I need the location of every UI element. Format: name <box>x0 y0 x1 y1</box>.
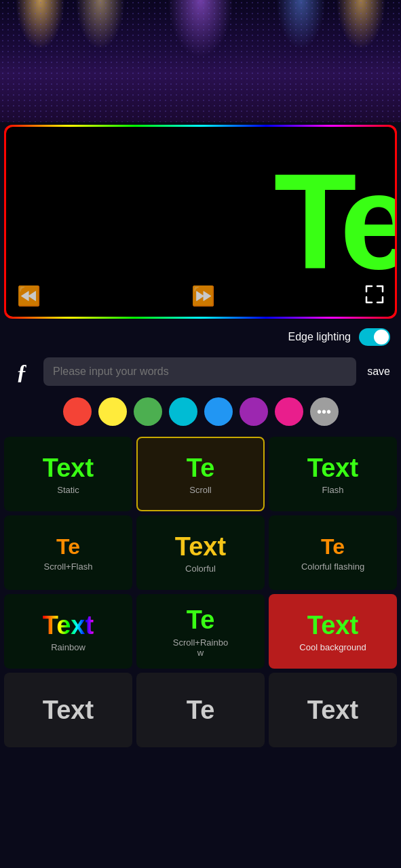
fullscreen-button[interactable] <box>365 285 384 307</box>
mode-scroll-rainbow-preview: Te <box>187 606 215 635</box>
mode-colorful-flashing[interactable]: Te Colorful flashing <box>269 515 397 590</box>
mode-scroll-flash[interactable]: Te Scroll+Flash <box>4 515 132 590</box>
mode-flash[interactable]: Text Flash <box>269 437 397 511</box>
stage-background <box>0 0 401 122</box>
mode-grid: Text Static Te Scroll Text Flash Te Scro… <box>0 433 401 751</box>
mode-static-preview: Text <box>43 454 94 483</box>
edge-lighting-label: Edge lighting <box>288 331 351 343</box>
edge-lighting-toggle[interactable] <box>359 328 390 346</box>
preview-controls: ⏪ ⏩ <box>6 285 395 307</box>
font-icon[interactable]: ƒ <box>7 357 37 387</box>
color-row: ••• <box>0 391 401 433</box>
color-swatch-pink[interactable] <box>275 397 303 426</box>
save-button[interactable]: save <box>363 366 394 378</box>
color-swatch-more[interactable]: ••• <box>310 397 339 426</box>
mode-bottom-1[interactable]: Text <box>4 673 132 747</box>
mode-colorful-preview: Text <box>175 533 226 561</box>
preview-screen: Te ⏪ ⏩ <box>6 127 395 317</box>
color-swatch-blue[interactable] <box>204 397 233 426</box>
forward-button[interactable]: ⏩ <box>191 285 215 307</box>
input-row: ƒ save <box>0 353 401 391</box>
mode-bottom-1-preview: Text <box>43 696 94 725</box>
mode-static[interactable]: Text Static <box>4 437 132 511</box>
mode-bottom-2-preview: Te <box>187 696 215 725</box>
mode-static-label: Static <box>57 485 79 495</box>
mode-colorful-label: Colorful <box>185 564 216 574</box>
mode-scroll-rainbow-label: Scroll+Rainbow <box>170 637 231 658</box>
mode-scroll-rainbow[interactable]: Te Scroll+Rainbow <box>136 594 265 669</box>
mode-scroll[interactable]: Te Scroll <box>136 437 265 511</box>
mode-rainbow-preview: Text <box>43 612 94 640</box>
color-swatch-purple[interactable] <box>240 397 268 426</box>
mode-bottom-3-preview: Text <box>307 696 358 725</box>
mode-colorful-flashing-label: Colorful flashing <box>301 561 364 572</box>
color-swatch-green[interactable] <box>134 397 162 426</box>
mode-flash-preview: Text <box>307 454 358 483</box>
preview-text: Te <box>273 154 395 290</box>
mode-flash-label: Flash <box>322 485 344 495</box>
mode-cool-bg-label: Cool background <box>299 642 366 652</box>
color-swatch-red[interactable] <box>63 397 92 426</box>
mode-cool-bg[interactable]: Text Cool background <box>269 594 397 669</box>
rewind-button[interactable]: ⏪ <box>17 285 41 307</box>
edge-lighting-row: Edge lighting <box>0 321 401 353</box>
mode-scroll-flash-label: Scroll+Flash <box>44 561 93 572</box>
mode-colorful[interactable]: Text Colorful <box>136 515 265 590</box>
text-input[interactable] <box>43 357 356 386</box>
mode-colorful-flashing-preview: Te <box>321 535 345 559</box>
mode-rainbow[interactable]: Text Rainbow <box>4 594 132 669</box>
mode-bottom-3[interactable]: Text <box>269 673 397 747</box>
mode-cool-bg-preview: Text <box>307 612 358 640</box>
color-swatch-yellow[interactable] <box>98 397 127 426</box>
mode-scroll-label: Scroll <box>189 485 212 495</box>
color-swatch-cyan[interactable] <box>169 397 197 426</box>
preview-wrapper: Te ⏪ ⏩ <box>4 125 397 319</box>
mode-scroll-preview: Te <box>187 454 215 483</box>
stage-dots <box>0 0 401 122</box>
mode-rainbow-label: Rainbow <box>51 642 85 652</box>
mode-bottom-2[interactable]: Te <box>136 673 265 747</box>
mode-scroll-flash-preview: Te <box>56 535 80 559</box>
